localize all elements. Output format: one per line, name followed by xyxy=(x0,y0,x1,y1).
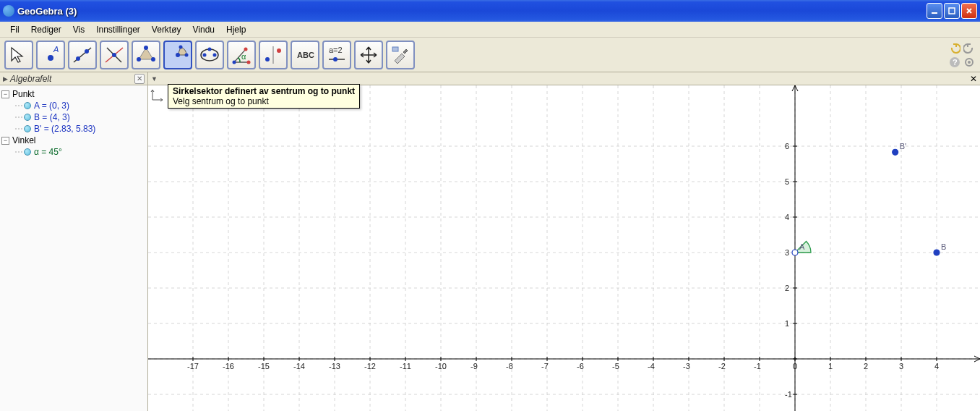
tree-item-label: B = (4, 3) xyxy=(34,112,70,122)
point-bullet-icon xyxy=(24,125,31,132)
svg-text:-4: -4 xyxy=(648,362,655,370)
menu-vis[interactable]: Vis xyxy=(67,23,90,36)
tooltip-sub: Velg sentrum og to punkt xyxy=(173,96,355,106)
svg-point-22 xyxy=(247,60,251,64)
svg-point-128 xyxy=(792,250,798,255)
undo-icon[interactable] xyxy=(948,41,961,54)
point-bullet-icon xyxy=(24,114,31,121)
help-icon[interactable]: ? xyxy=(948,56,961,69)
tool-text[interactable]: ABC xyxy=(291,41,319,69)
svg-rect-1 xyxy=(949,8,955,14)
menu-verktoy[interactable]: Verktøy xyxy=(146,23,187,36)
svg-point-2 xyxy=(48,55,53,61)
minimize-button[interactable] xyxy=(927,3,942,19)
svg-point-11 xyxy=(144,46,148,50)
svg-rect-0 xyxy=(932,12,937,14)
tree-item[interactable]: ⋯A = (0, 3) xyxy=(1,100,146,111)
tool-polygon[interactable] xyxy=(132,41,160,69)
close-panel-icon[interactable]: ✕ xyxy=(134,74,145,84)
menu-fil[interactable]: Fil xyxy=(4,23,25,36)
svg-point-18 xyxy=(203,53,207,56)
svg-text:-9: -9 xyxy=(470,362,478,370)
svg-text:-14: -14 xyxy=(293,362,305,370)
svg-text:-2: -2 xyxy=(718,362,726,370)
gear-icon[interactable] xyxy=(963,56,976,69)
close-panel-icon[interactable]: ✕ xyxy=(970,74,977,84)
svg-point-14 xyxy=(176,53,180,57)
chevron-down-icon[interactable]: ▼ xyxy=(151,75,158,82)
svg-text:-5: -5 xyxy=(612,362,619,370)
tool-tooltip: Sirkelsektor definert av sentrum og to p… xyxy=(168,84,360,109)
svg-point-16 xyxy=(179,45,183,48)
tree-category-punkt[interactable]: − Punkt xyxy=(1,88,146,100)
angle-bullet-icon xyxy=(24,148,31,156)
svg-text:5: 5 xyxy=(785,177,789,186)
menu-innstillinger[interactable]: Innstillinger xyxy=(90,23,146,36)
svg-text:A: A xyxy=(53,45,59,54)
algebra-title: Algebrafelt xyxy=(10,74,134,84)
window-buttons xyxy=(927,3,977,19)
svg-text:-10: -10 xyxy=(435,362,447,370)
tree-item-label: B' = (2.83, 5.83) xyxy=(34,124,95,134)
algebra-header: ▶ Algebrafelt ✕ xyxy=(0,72,147,85)
window-titlebar: GeoGebra (3) xyxy=(0,0,980,22)
svg-point-19 xyxy=(213,53,217,56)
tree-item[interactable]: ⋯B' = (2.83, 5.83) xyxy=(1,123,146,135)
svg-point-13 xyxy=(137,57,141,62)
tool-ellipse[interactable] xyxy=(195,41,224,69)
tree-item[interactable]: ⋯α = 45° xyxy=(1,146,146,158)
point-bullet-icon xyxy=(24,102,31,109)
svg-text:6: 6 xyxy=(785,142,789,151)
svg-text:-6: -6 xyxy=(577,362,584,370)
maximize-button[interactable] xyxy=(944,3,960,19)
redo-icon[interactable] xyxy=(963,41,976,54)
tool-circle-sector[interactable] xyxy=(163,41,192,69)
chevron-right-icon[interactable]: ▶ xyxy=(3,75,10,82)
svg-text:-15: -15 xyxy=(258,362,270,370)
svg-text:-12: -12 xyxy=(364,362,376,370)
graphics-svg[interactable]: -17-16-15-14-13-12-11-10-9-8-7-6-5-4-3-2… xyxy=(148,85,980,411)
tool-line[interactable] xyxy=(68,41,97,69)
menu-rediger[interactable]: Rediger xyxy=(25,23,67,36)
tree-item-label: A = (0, 3) xyxy=(34,101,69,111)
svg-point-9 xyxy=(112,53,116,57)
close-button[interactable] xyxy=(961,3,977,19)
tree-category-vinkel[interactable]: − Vinkel xyxy=(1,135,146,146)
collapse-icon[interactable]: − xyxy=(1,90,9,98)
tool-angle[interactable]: α xyxy=(227,41,256,69)
tooltip-title: Sirkelsektor definert av sentrum og to p… xyxy=(173,86,355,96)
tool-slider[interactable]: a=2 xyxy=(322,41,351,69)
svg-text:?: ? xyxy=(953,58,958,67)
svg-point-36 xyxy=(968,61,971,64)
tool-reflect[interactable] xyxy=(259,41,288,69)
svg-text:-17: -17 xyxy=(187,362,199,370)
tree-category-label: Vinkel xyxy=(12,135,35,145)
svg-point-5 xyxy=(76,56,80,61)
svg-text:B: B xyxy=(941,242,946,251)
tool-perpendicular[interactable] xyxy=(100,41,129,69)
tree-item-label: α = 45° xyxy=(34,147,62,157)
svg-text:-7: -7 xyxy=(541,362,549,370)
svg-text:2: 2 xyxy=(785,284,789,292)
graphics-panel[interactable]: ▼ ✕ -17-16-15-14-13-12-11-10-9-8-7-6-5-4… xyxy=(148,72,980,411)
svg-text:ABC: ABC xyxy=(297,51,314,59)
svg-text:A: A xyxy=(799,242,805,251)
menu-vindu[interactable]: Vindu xyxy=(187,23,220,36)
tool-move-graphics[interactable] xyxy=(354,41,383,69)
graphics-canvas[interactable]: -17-16-15-14-13-12-11-10-9-8-7-6-5-4-3-2… xyxy=(148,85,980,411)
svg-point-12 xyxy=(151,57,155,62)
algebra-tree: − Punkt ⋯A = (0, 3) ⋯B = (4, 3) ⋯B' = (2… xyxy=(0,85,147,161)
svg-text:-1: -1 xyxy=(754,362,761,370)
svg-text:-3: -3 xyxy=(683,362,690,370)
svg-text:1: 1 xyxy=(785,319,789,328)
tree-item[interactable]: ⋯B = (4, 3) xyxy=(1,111,146,123)
svg-point-20 xyxy=(208,47,212,51)
svg-text:0: 0 xyxy=(793,362,797,370)
tool-move[interactable] xyxy=(4,41,33,69)
svg-text:4: 4 xyxy=(934,362,939,370)
svg-text:2: 2 xyxy=(864,362,868,370)
tool-options[interactable] xyxy=(386,41,415,69)
collapse-icon[interactable]: − xyxy=(1,137,9,145)
menu-hjelp[interactable]: Hjelp xyxy=(220,23,252,36)
tool-point[interactable]: A xyxy=(36,41,65,69)
